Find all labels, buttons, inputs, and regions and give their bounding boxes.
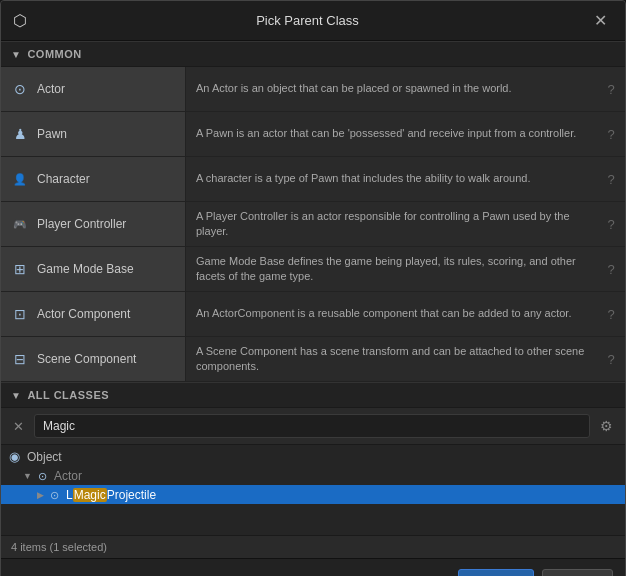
dialog-title: Pick Parent Class	[27, 13, 588, 28]
common-section-label: COMMON	[27, 48, 81, 60]
common-collapse-arrow: ▼	[11, 49, 21, 60]
object-icon	[9, 449, 20, 464]
help-icon-game-mode-base[interactable]: ?	[597, 255, 625, 283]
class-label-character: Character	[37, 172, 90, 186]
class-label-pawn: Pawn	[37, 127, 67, 141]
status-bar: 4 items (1 selected)	[1, 535, 625, 558]
tree-item-object[interactable]: Object	[1, 447, 625, 466]
help-icon-actor-component[interactable]: ?	[597, 300, 625, 328]
footer: Select Cancel	[1, 558, 625, 576]
pick-parent-class-dialog: ⬡ Pick Parent Class ✕ ▼ COMMON Actor An …	[0, 0, 626, 576]
class-item-player-controller: Player Controller A Player Controller is…	[1, 202, 625, 247]
tree-item-magic-projectile[interactable]: ▶ LMagicProjectile	[1, 485, 625, 504]
ue-logo-icon: ⬡	[13, 11, 27, 30]
class-label-scene-component: Scene Component	[37, 352, 136, 366]
tree-item-actor[interactable]: ▼ Actor	[1, 466, 625, 485]
class-label-player-controller: Player Controller	[37, 217, 126, 231]
actor-icon	[11, 80, 29, 98]
help-icon-character[interactable]: ?	[597, 165, 625, 193]
cancel-button[interactable]: Cancel	[542, 569, 613, 576]
class-label-actor: Actor	[37, 82, 65, 96]
player-controller-icon	[11, 215, 29, 233]
actor-tree-arrow: ▼	[23, 471, 32, 481]
tree-label-magic-projectile: LMagicProjectile	[66, 488, 156, 502]
tree-label-object: Object	[27, 450, 62, 464]
class-label-game-mode-base: Game Mode Base	[37, 262, 134, 276]
magic-projectile-arrow: ▶	[37, 490, 44, 500]
class-btn-actor-component[interactable]: Actor Component	[1, 292, 186, 336]
common-section-header[interactable]: ▼ COMMON	[1, 41, 625, 67]
all-classes-section-header[interactable]: ▼ ALL CLASSES	[1, 382, 625, 408]
help-icon-pawn[interactable]: ?	[597, 120, 625, 148]
character-icon	[11, 170, 29, 188]
common-class-list: Actor An Actor is an object that can be …	[1, 67, 625, 382]
tree-label-actor: Actor	[54, 469, 82, 483]
class-item-character: Character A character is a type of Pawn …	[1, 157, 625, 202]
class-btn-character[interactable]: Character	[1, 157, 186, 201]
class-desc-player-controller: A Player Controller is an actor responsi…	[186, 203, 597, 246]
all-classes-collapse-arrow: ▼	[11, 390, 21, 401]
class-btn-game-mode-base[interactable]: Game Mode Base	[1, 247, 186, 291]
class-desc-pawn: A Pawn is an actor that can be 'possesse…	[186, 120, 597, 147]
class-item-scene-component: Scene Component A Scene Component has a …	[1, 337, 625, 382]
class-item-pawn: Pawn A Pawn is an actor that can be 'pos…	[1, 112, 625, 157]
search-clear-button[interactable]: ✕	[9, 417, 28, 436]
pawn-icon	[11, 125, 29, 143]
class-item-actor-component: Actor Component An ActorComponent is a r…	[1, 292, 625, 337]
class-item-actor: Actor An Actor is an object that can be …	[1, 67, 625, 112]
class-desc-game-mode-base: Game Mode Base defines the game being pl…	[186, 248, 597, 291]
help-icon-actor[interactable]: ?	[597, 75, 625, 103]
title-bar: ⬡ Pick Parent Class ✕	[1, 1, 625, 41]
search-bar: ✕ ⚙	[1, 408, 625, 445]
actor-component-icon	[11, 305, 29, 323]
help-icon-scene-component[interactable]: ?	[597, 345, 625, 373]
class-desc-actor: An Actor is an object that can be placed…	[186, 75, 597, 102]
game-mode-base-icon	[11, 260, 29, 278]
select-button[interactable]: Select	[458, 569, 533, 576]
class-btn-player-controller[interactable]: Player Controller	[1, 202, 186, 246]
class-desc-character: A character is a type of Pawn that inclu…	[186, 165, 597, 192]
class-btn-actor[interactable]: Actor	[1, 67, 186, 111]
class-desc-actor-component: An ActorComponent is a reusable componen…	[186, 300, 597, 327]
class-label-actor-component: Actor Component	[37, 307, 130, 321]
class-tree: Object ▼ Actor ▶ LMagicProjectile	[1, 445, 625, 535]
status-text: 4 items (1 selected)	[11, 541, 107, 553]
help-icon-player-controller[interactable]: ?	[597, 210, 625, 238]
scene-component-icon	[11, 350, 29, 368]
tree-label-highlight-magic: Magic	[73, 488, 107, 502]
class-item-game-mode-base: Game Mode Base Game Mode Base defines th…	[1, 247, 625, 292]
class-btn-scene-component[interactable]: Scene Component	[1, 337, 186, 381]
all-classes-section-label: ALL CLASSES	[27, 389, 109, 401]
class-desc-scene-component: A Scene Component has a scene transform …	[186, 338, 597, 381]
magic-projectile-icon	[50, 487, 59, 502]
actor-tree-icon	[38, 468, 47, 483]
close-button[interactable]: ✕	[588, 9, 613, 32]
search-settings-button[interactable]: ⚙	[596, 416, 617, 436]
class-btn-pawn[interactable]: Pawn	[1, 112, 186, 156]
search-input[interactable]	[34, 414, 590, 438]
